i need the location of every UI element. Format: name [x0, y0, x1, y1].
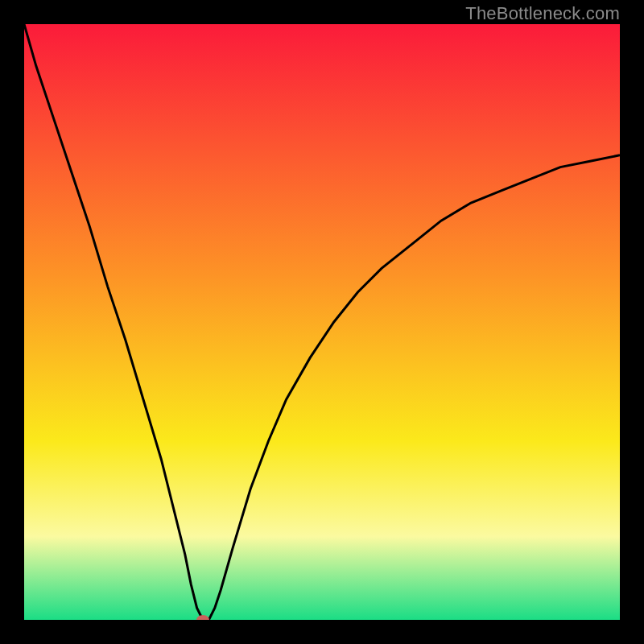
watermark-text: TheBottleneck.com — [465, 3, 620, 24]
plot-area — [24, 24, 620, 620]
optimal-point-marker — [196, 615, 209, 620]
chart-frame: TheBottleneck.com — [0, 0, 644, 644]
bottleneck-curve — [24, 24, 620, 620]
